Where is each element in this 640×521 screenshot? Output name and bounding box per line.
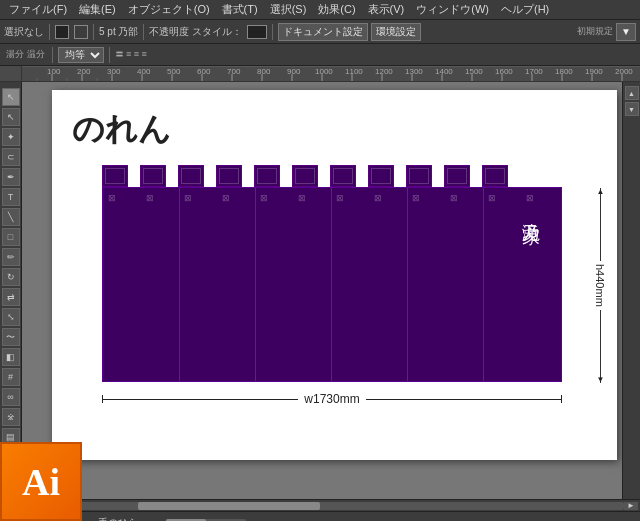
svg-text:1700: 1700: [525, 67, 543, 76]
toolbar2-sep-1: [52, 47, 53, 63]
right-btn-2[interactable]: ▼: [625, 102, 639, 116]
svg-text:1100: 1100: [345, 67, 363, 76]
env-settings-btn[interactable]: 環境設定: [371, 23, 421, 41]
style-label: スタイル：: [192, 25, 242, 39]
svg-text:800: 800: [257, 67, 271, 76]
tool-lasso[interactable]: ⊂: [2, 148, 20, 166]
tool-rect[interactable]: □: [2, 228, 20, 246]
tool-brush[interactable]: ✏: [2, 248, 20, 266]
svg-text:900: 900: [287, 67, 301, 76]
svg-text:1300: 1300: [405, 67, 423, 76]
toolbar-sep-4: [272, 24, 273, 40]
tool-select[interactable]: ↖: [2, 88, 20, 106]
menu-window[interactable]: ウィンドウ(W): [411, 1, 494, 18]
menu-file[interactable]: ファイル(F): [4, 1, 72, 18]
opacity-label: 不透明度: [149, 25, 189, 39]
ai-logo: Ai: [0, 442, 82, 521]
svg-text:1500: 1500: [465, 67, 483, 76]
noren-divider-2: [255, 188, 256, 381]
right-btn-1[interactable]: ▲: [625, 86, 639, 100]
noren-tab-11: [482, 165, 508, 187]
toolbar-sep-2: [93, 24, 94, 40]
h-scrollbar[interactable]: ◄ ►: [0, 499, 640, 511]
svg-text:500: 500: [167, 67, 181, 76]
menu-effect[interactable]: 効果(C): [313, 1, 360, 18]
noren-cross-6: ⊠: [298, 193, 306, 203]
tool-symbol[interactable]: ※: [2, 408, 20, 426]
svg-text:1400: 1400: [435, 67, 453, 76]
svg-text:1000: 1000: [315, 67, 333, 76]
noren-tab-3: [178, 165, 204, 187]
left-toolbar: 50 ↖ ↖ ✦ ⊂ ✒ T ╲ □ ✏ ↻ ⇄ ⤡ 〜 ◧: [0, 82, 22, 499]
tool-blend[interactable]: ∞: [2, 388, 20, 406]
size-label: 5 pt 乃部: [99, 25, 138, 39]
noren-cross-7: ⊠: [336, 193, 344, 203]
noren-tab-4: [216, 165, 242, 187]
selection-label: 選択なし: [4, 25, 44, 39]
main-area: 50 ↖ ↖ ✦ ⊂ ✒ T ╲ □ ✏ ↻ ⇄ ⤡ 〜 ◧: [0, 82, 640, 499]
noren-cross-4: ⊠: [222, 193, 230, 203]
noren-tab-1: [102, 165, 128, 187]
height-dimension: ▲ h440mm ▼: [594, 188, 606, 383]
tool-gradient[interactable]: ◧: [2, 348, 20, 366]
menu-view[interactable]: 表示(V): [363, 1, 410, 18]
tool-reflect[interactable]: ⇄: [2, 288, 20, 306]
ruler-corner: [0, 66, 22, 82]
tool-type[interactable]: T: [2, 188, 20, 206]
tool-warp[interactable]: 〜: [2, 328, 20, 346]
noren-cross-8: ⊠: [374, 193, 382, 203]
menu-help[interactable]: ヘルプ(H): [496, 1, 554, 18]
noren-divider-3: [331, 188, 332, 381]
noren-divider-5: [483, 188, 484, 381]
tool-scale[interactable]: ⤡: [2, 308, 20, 326]
menu-format[interactable]: 書式(T): [217, 1, 263, 18]
scroll-thumb[interactable]: [138, 502, 320, 510]
noren-cross-12: ⊠: [526, 193, 534, 203]
scroll-track[interactable]: [16, 502, 624, 510]
noren-cross-10: ⊠: [450, 193, 458, 203]
scroll-right[interactable]: ►: [624, 502, 638, 510]
svg-text:1200: 1200: [375, 67, 393, 76]
doc-settings-btn[interactable]: ドキュメント設定: [278, 23, 368, 41]
menu-select[interactable]: 選択(S): [265, 1, 312, 18]
ruler-top: 100 200 300 400 500 600 700 800 900 1000: [22, 66, 640, 82]
noren-kanji-text: 滝乃家: [519, 208, 543, 214]
tool-line[interactable]: ╲: [2, 208, 20, 226]
stroke-swatch[interactable]: [74, 25, 88, 39]
stroke-dropdown[interactable]: 均等: [58, 47, 104, 63]
noren-cross-5: ⊠: [260, 193, 268, 203]
menu-object[interactable]: オブジェクト(O): [123, 1, 215, 18]
artboard: のれん: [52, 90, 617, 460]
right-panel: ▲ ▼: [622, 82, 640, 499]
noren-tab-2: [140, 165, 166, 187]
tool-pen[interactable]: ✒: [2, 168, 20, 186]
tool-rotate[interactable]: ↻: [2, 268, 20, 286]
fill-swatch[interactable]: [55, 25, 69, 39]
svg-text:300: 300: [107, 67, 121, 76]
noren-cross-11: ⊠: [488, 193, 496, 203]
toolbar-sep-1: [49, 24, 50, 40]
settings-btn-1[interactable]: ▼: [616, 23, 636, 41]
canvas-area[interactable]: のれん: [22, 82, 622, 499]
canvas-title: のれん: [72, 108, 171, 152]
ruler-top-container: 100 200 300 400 500 600 700 800 900 1000: [0, 66, 640, 82]
menu-edit[interactable]: 編集(E): [74, 1, 121, 18]
noren-tabs-row: [102, 165, 562, 187]
svg-text:100: 100: [47, 67, 61, 76]
tool-direct-select[interactable]: ↖: [2, 108, 20, 126]
noren-divider-4: [407, 188, 408, 381]
tool-magic-wand[interactable]: ✦: [2, 128, 20, 146]
style-swatch[interactable]: [247, 25, 267, 39]
noren-tab-10: [444, 165, 470, 187]
noren-cross-9: ⊠: [412, 193, 420, 203]
tool-mesh[interactable]: #: [2, 368, 20, 386]
toolbar-main: 選択なし 5 pt 乃部 不透明度 スタイル： ドキュメント設定 環境設定 初期…: [0, 20, 640, 44]
toolbar2-sep-2: [109, 47, 110, 63]
noren-cross-3: ⊠: [184, 193, 192, 203]
svg-text:700: 700: [227, 67, 241, 76]
noren-body: ⊠ ⊠ ⊠ ⊠ ⊠ ⊠ ⊠ ⊠ ⊠ ⊠ ⊠ ⊠: [102, 187, 562, 382]
height-label: h440mm: [594, 261, 606, 310]
initial-settings-label: 初期規定: [577, 25, 613, 38]
noren-divider-1: [179, 188, 180, 381]
svg-text:1800: 1800: [555, 67, 573, 76]
